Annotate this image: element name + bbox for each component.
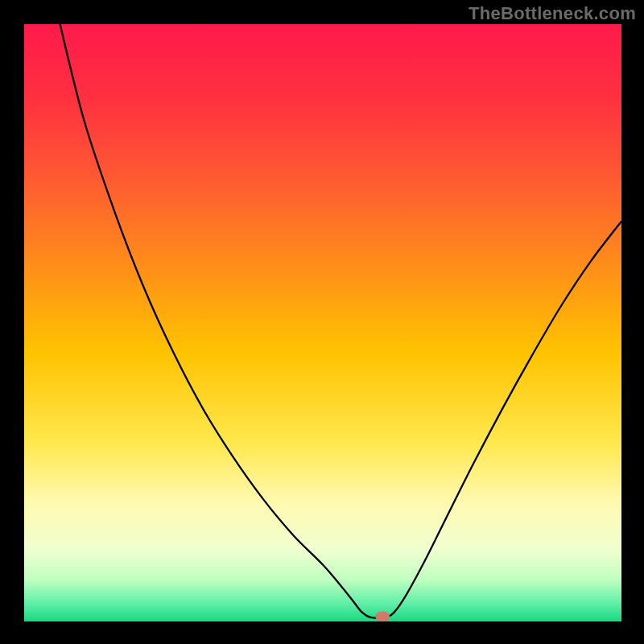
plot-area <box>24 24 621 621</box>
watermark-text: TheBottleneck.com <box>469 3 636 24</box>
bottleneck-chart <box>24 24 621 621</box>
chart-frame: TheBottleneck.com <box>0 0 644 644</box>
gradient-background <box>24 24 621 621</box>
